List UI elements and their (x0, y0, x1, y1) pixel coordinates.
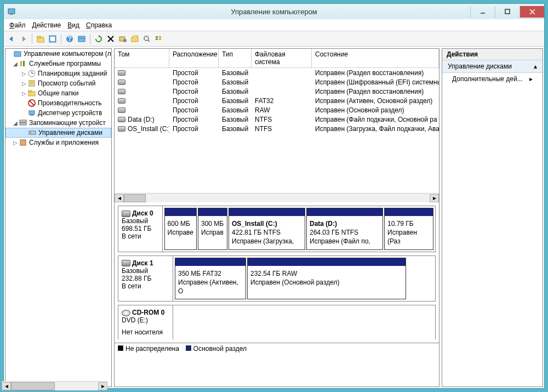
collapse-icon: ▴ (534, 63, 537, 70)
svg-line-20 (148, 40, 150, 42)
disk-icon (122, 211, 130, 217)
tree-group-tools[interactable]: ◢Служебные программы (5, 59, 111, 69)
col-status[interactable]: Состояние (312, 49, 439, 67)
tree-item[interactable]: ▷Общие папки (5, 88, 111, 98)
partition[interactable]: 300 МБИсправ (198, 208, 227, 250)
col-type[interactable]: Тип (219, 49, 252, 67)
menu-view[interactable]: Вид (64, 20, 83, 30)
table-row[interactable]: ПростойБазовыйИсправен (Раздел восстанов… (115, 87, 439, 96)
tree-item[interactable]: ▷Планировщик заданий (5, 69, 111, 78)
tree-item[interactable]: ▷Просмотр событий (5, 78, 111, 88)
partition[interactable]: Data (D:)264.03 ГБ NTFSИсправен (Файл по… (306, 208, 383, 250)
tree-item-disk-mgmt[interactable]: Управление дисками (5, 128, 111, 138)
tree-group-services[interactable]: ▷Службы и приложения (5, 138, 111, 147)
disk-block[interactable]: Диск 1Базовый232.88 ГБВ сети350 МБ FAT32… (118, 255, 436, 302)
cdrom-info[interactable]: CD-ROM 0 DVD (E:) Нет носителя (118, 305, 173, 339)
partition[interactable]: 600 МБИсправе (164, 208, 197, 250)
disk-info[interactable]: Диск 0Базовый698.51 ГБВ сети (118, 206, 163, 252)
table-row[interactable]: ПростойБазовыйFAT32Исправен (Активен, Ос… (115, 96, 439, 105)
svg-rect-18 (132, 37, 138, 42)
svg-rect-1 (10, 14, 13, 15)
tree-item[interactable]: Диспетчер устройств (5, 108, 111, 118)
list-icon[interactable] (153, 33, 164, 44)
scroll-right[interactable]: ▸ (98, 382, 107, 388)
svg-rect-27 (23, 61, 25, 66)
col-volume[interactable]: Том (115, 49, 169, 67)
disk-info[interactable]: Диск 1Базовый232.88 ГБВ сети (118, 256, 173, 302)
volume-table[interactable]: Том Расположение Тип Файловая система Со… (115, 49, 439, 202)
svg-rect-23 (159, 36, 161, 38)
minimize-button[interactable] (470, 6, 495, 18)
toolbar: ? (4, 31, 544, 47)
disk-graphic-panel[interactable]: Диск 0Базовый698.51 ГБВ сети600 МБИсправ… (115, 202, 439, 387)
search-icon[interactable] (141, 33, 152, 44)
view-button[interactable] (76, 33, 87, 44)
svg-rect-24 (159, 38, 161, 40)
svg-rect-31 (29, 81, 35, 86)
svg-rect-42 (29, 131, 36, 134)
volume-icon (118, 126, 125, 132)
legend-unallocated-swatch (118, 345, 123, 351)
menu-action[interactable]: Действие (29, 20, 65, 30)
table-row[interactable]: ПростойБазовыйИсправен (Шифрованный (EFI… (115, 77, 439, 87)
legend-primary-swatch (186, 345, 191, 351)
table-row[interactable]: ПростойБазовыйИсправен (Раздел восстанов… (115, 68, 439, 77)
svg-rect-22 (156, 38, 158, 40)
app-icon (7, 7, 16, 16)
forward-button[interactable] (18, 33, 29, 44)
tree-item[interactable]: Производительность (5, 98, 111, 108)
table-header[interactable]: Том Расположение Тип Файловая система Со… (115, 49, 439, 68)
partition[interactable]: 350 МБ FAT32Исправен (Активен, О (175, 258, 246, 300)
open-icon[interactable] (129, 33, 140, 44)
svg-rect-26 (20, 61, 22, 66)
table-row[interactable]: ПростойБазовыйRAWИсправен (Основной разд… (115, 105, 439, 115)
titlebar[interactable]: Управление компьютером (4, 4, 544, 19)
svg-rect-35 (28, 90, 32, 92)
settings-icon[interactable] (117, 33, 128, 44)
partition[interactable]: 232.54 ГБ RAWИсправен (Основной раздел) (247, 258, 406, 300)
delete-button[interactable] (105, 33, 116, 44)
refresh-button[interactable] (93, 33, 104, 44)
scroll-left[interactable]: ◂ (5, 382, 11, 388)
partition[interactable]: OS_Install (C:)422.81 ГБ NTFSИсправен (З… (229, 208, 305, 250)
col-layout[interactable]: Расположение (169, 49, 219, 67)
chevron-right-icon: ▸ (529, 75, 533, 83)
volume-icon (118, 98, 125, 104)
actions-item-disk[interactable]: Управление дисками▴ (442, 60, 543, 73)
svg-rect-41 (20, 123, 26, 125)
table-row[interactable]: OS_Install (C:)ПростойБазовыйNTFSИсправе… (115, 124, 439, 133)
nav-tree[interactable]: Управление компьютером (л ◢Служебные про… (5, 48, 112, 387)
close-button[interactable] (520, 6, 544, 18)
volume-icon (118, 117, 125, 122)
svg-rect-38 (29, 111, 35, 115)
maximize-button[interactable] (495, 6, 520, 18)
props-button[interactable] (47, 33, 58, 44)
svg-rect-9 (50, 37, 55, 41)
scroll-right[interactable]: ▸ (430, 194, 439, 202)
up-button[interactable] (35, 33, 46, 44)
window-title: Управление компьютером (231, 8, 317, 16)
svg-point-17 (123, 39, 127, 42)
scroll-left[interactable]: ◂ (115, 194, 124, 202)
volume-icon (118, 79, 125, 85)
volume-icon (118, 70, 125, 76)
svg-rect-7 (37, 36, 41, 38)
actions-panel: Действия Управление дисками▴ Дополнитель… (442, 48, 543, 387)
menu-help[interactable]: Справка (83, 20, 115, 30)
back-button[interactable] (6, 33, 17, 44)
volume-icon (118, 89, 125, 94)
menu-file[interactable]: Файл (6, 20, 29, 30)
actions-item-more[interactable]: Дополнительные дей...▸ (442, 73, 543, 85)
disk-icon (122, 260, 130, 266)
col-filesystem[interactable]: Файловая система (252, 49, 312, 67)
tree-group-storage[interactable]: ◢Запоминающие устройст (5, 118, 111, 128)
svg-rect-3 (505, 9, 510, 14)
app-window: Управление компьютером Файл Действие Вид… (3, 3, 545, 389)
table-row[interactable]: Data (D:)ПростойБазовыйNTFSИсправен (Фай… (115, 115, 439, 124)
help-button[interactable]: ? (64, 33, 75, 44)
partition[interactable]: 10.79 ГБИсправен (Раз (384, 208, 433, 250)
tree-root[interactable]: Управление компьютером (л (5, 49, 111, 59)
main-panel: Том Расположение Тип Файловая система Со… (114, 48, 439, 387)
disk-block[interactable]: Диск 0Базовый698.51 ГБВ сети600 МБИсправ… (118, 206, 436, 252)
legend: Не распределена Основной раздел (115, 343, 439, 354)
